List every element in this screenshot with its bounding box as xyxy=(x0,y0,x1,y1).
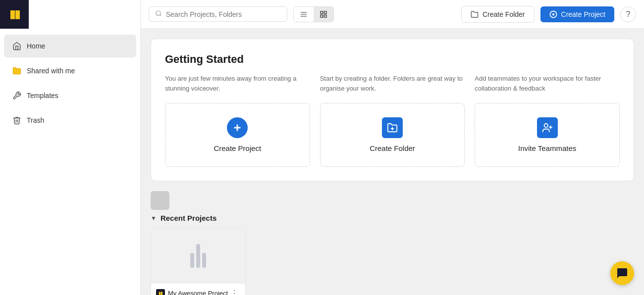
svg-point-0 xyxy=(156,11,161,15)
svg-rect-5 xyxy=(321,11,323,14)
gs-action-create-folder[interactable]: Create Folder xyxy=(320,103,465,167)
sidebar-trash-label: Trash xyxy=(27,116,44,124)
gs-actions: Create Project Create Folder xyxy=(165,103,620,167)
project-footer-left: ▮▮ My Awesome Project xyxy=(156,289,228,295)
create-folder-icon xyxy=(382,117,403,138)
search-icon xyxy=(155,10,162,18)
chevron-down-icon: ▼ xyxy=(151,215,157,222)
home-icon xyxy=(12,42,22,50)
grid-view-button[interactable] xyxy=(314,7,333,22)
search-box[interactable] xyxy=(149,6,287,22)
svg-point-16 xyxy=(544,124,547,127)
create-project-button[interactable]: Create Project xyxy=(540,6,614,22)
list-view-button[interactable] xyxy=(294,7,314,22)
gs-invite-teammates-label: Invite Teammates xyxy=(518,144,576,152)
project-name: My Awesome Project xyxy=(168,290,228,295)
app-logo[interactable]: ▮▮ xyxy=(0,0,29,29)
recent-header-row: ▼ Recent Projects xyxy=(151,214,634,222)
svg-rect-8 xyxy=(324,15,326,17)
project-footer: ▮▮ My Awesome Project ⋮ xyxy=(151,283,245,295)
create-project-label: Create Project xyxy=(561,10,605,18)
gs-action-create-project[interactable]: Create Project xyxy=(165,103,310,167)
help-button[interactable]: ? xyxy=(620,6,636,22)
search-input[interactable] xyxy=(166,10,281,18)
gs-desc-1: Start by creating a folder. Folders are … xyxy=(320,74,465,93)
project-thumb-logo xyxy=(190,244,206,268)
getting-started-card: Getting Started You are just few minutes… xyxy=(151,39,634,181)
recent-projects-label: Recent Projects xyxy=(161,214,216,222)
help-icon: ? xyxy=(626,10,631,19)
sidebar: ▮▮ Home Shared with me xyxy=(0,0,141,295)
create-project-icon xyxy=(227,117,248,138)
project-card[interactable]: ▮▮ My Awesome Project ⋮ xyxy=(151,228,246,295)
recent-section: ▼ Recent Projects ▮▮ xyxy=(151,191,634,295)
content-area: Getting Started You are just few minutes… xyxy=(141,29,644,295)
folder-icon xyxy=(12,66,22,75)
sidebar-shared-label: Shared with me xyxy=(27,67,75,75)
logo-icon: ▮▮ xyxy=(9,8,19,21)
svg-rect-6 xyxy=(324,11,326,14)
sidebar-item-templates[interactable]: Templates xyxy=(4,84,136,107)
create-folder-label: Create Folder xyxy=(483,10,525,18)
project-logo-small: ▮▮ xyxy=(156,289,165,295)
wrench-icon xyxy=(12,91,22,100)
getting-started-title: Getting Started xyxy=(165,53,620,66)
main-content: Create Folder Create Project ? Getting S… xyxy=(141,0,644,295)
chat-bubble[interactable] xyxy=(610,261,634,285)
invite-teammates-icon xyxy=(537,117,558,138)
svg-rect-7 xyxy=(321,15,323,17)
create-folder-button[interactable]: Create Folder xyxy=(461,6,535,23)
sidebar-templates-label: Templates xyxy=(27,92,58,99)
topbar: Create Folder Create Project ? xyxy=(141,0,644,29)
avatar-placeholder xyxy=(151,191,169,210)
sidebar-item-home[interactable]: Home xyxy=(4,35,136,57)
gs-descriptions: You are just few minutes away from creat… xyxy=(165,74,620,93)
projects-grid: ▮▮ My Awesome Project ⋮ xyxy=(151,228,634,295)
svg-line-1 xyxy=(160,15,161,16)
trash-icon xyxy=(12,116,22,125)
gs-create-folder-label: Create Folder xyxy=(370,144,415,152)
gs-action-invite-teammates[interactable]: Invite Teammates xyxy=(475,103,620,167)
gs-desc-0: You are just few minutes away from creat… xyxy=(165,74,310,93)
sidebar-item-shared[interactable]: Shared with me xyxy=(4,59,136,82)
sidebar-nav: Home Shared with me Templates xyxy=(0,29,140,133)
project-menu-button[interactable]: ⋮ xyxy=(228,288,240,295)
project-thumbnail xyxy=(151,229,245,283)
sidebar-item-trash[interactable]: Trash xyxy=(4,109,136,132)
view-toggle xyxy=(293,6,334,22)
gs-create-project-label: Create Project xyxy=(214,144,261,152)
sidebar-home-label: Home xyxy=(27,42,45,50)
gs-desc-2: Add teammates to your workspace for fast… xyxy=(475,74,620,93)
